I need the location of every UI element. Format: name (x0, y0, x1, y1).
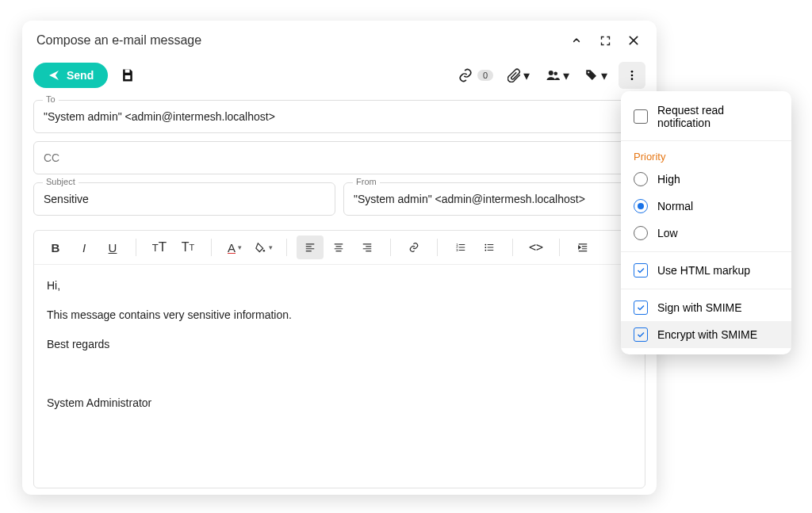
to-field: To (33, 100, 645, 133)
main-toolbar: Send 0 ▾ ▾ ▾ (22, 57, 657, 100)
toolbar-right: 0 ▾ ▾ ▾ (454, 62, 645, 89)
align-left-button[interactable] (297, 235, 324, 259)
body-line: This message contains very sensitive inf… (47, 307, 632, 323)
italic-button[interactable]: I (71, 235, 98, 259)
code-button[interactable]: <> (523, 235, 550, 259)
underline-button[interactable]: U (99, 235, 126, 259)
svg-point-8 (262, 250, 265, 252)
check-icon (636, 303, 645, 312)
to-input[interactable] (33, 100, 645, 133)
separator (621, 140, 791, 141)
separator (286, 239, 287, 256)
caret-icon: ▾ (523, 68, 530, 83)
link-icon (458, 67, 473, 83)
send-label: Send (67, 69, 94, 82)
svg-point-3 (554, 72, 558, 76)
align-center-button[interactable] (325, 235, 352, 259)
subject-label: Subject (43, 177, 79, 186)
priority-normal-option[interactable]: Normal (621, 193, 791, 220)
align-right-button[interactable] (354, 235, 381, 259)
svg-rect-0 (125, 70, 130, 73)
align-center-icon (332, 242, 345, 253)
option-label: Sign with SMIME (657, 301, 742, 314)
more-options-button[interactable] (619, 62, 645, 89)
option-label: Encrypt with SMIME (657, 328, 757, 341)
svg-point-2 (549, 71, 553, 75)
indent-button[interactable] (569, 235, 596, 259)
separator (437, 239, 438, 256)
close-button[interactable] (625, 32, 642, 49)
compose-window: Compose an e-mail message Send 0 (22, 21, 657, 495)
encrypt-smime-option[interactable]: Encrypt with SMIME (621, 321, 791, 348)
priority-label: Priority (621, 146, 791, 166)
fullscreen-icon (599, 35, 611, 47)
check-icon (636, 330, 645, 339)
subject-input[interactable] (33, 182, 335, 216)
body-line: Hi, (47, 278, 632, 294)
priority-low-option[interactable]: Low (621, 220, 791, 247)
radio-icon (634, 199, 648, 213)
recipients-button[interactable]: ▾ (541, 65, 573, 86)
separator (621, 251, 791, 252)
save-draft-button[interactable] (114, 62, 141, 89)
collapse-button[interactable] (568, 32, 585, 49)
text-color-button[interactable]: A▾ (221, 235, 248, 259)
checkbox-icon (634, 301, 648, 315)
bucket-icon (255, 242, 266, 254)
to-label: To (43, 94, 59, 104)
editor: B I U TT TT A▾ ▾ (33, 230, 645, 488)
insert-link-button[interactable] (400, 235, 427, 259)
checkbox-icon (634, 263, 648, 278)
svg-point-13 (485, 247, 486, 248)
chevron-up-icon (570, 34, 583, 47)
use-html-option[interactable]: Use HTML markup (621, 257, 791, 284)
cc-input[interactable] (33, 141, 645, 174)
option-label: Low (657, 227, 678, 239)
tags-icon (584, 68, 599, 82)
ol-icon: 123 (454, 242, 467, 253)
radio-icon (634, 172, 648, 186)
bold-button[interactable]: B (42, 235, 69, 259)
separator (621, 289, 791, 289)
attach-button[interactable]: ▾ (504, 65, 533, 86)
save-icon (120, 67, 136, 83)
cc-field (33, 141, 645, 174)
svg-point-7 (631, 78, 634, 80)
titlebar: Compose an e-mail message (22, 21, 657, 57)
option-label: Request read notification (657, 104, 779, 129)
close-icon (627, 34, 640, 47)
link-icon (408, 242, 420, 253)
fullscreen-button[interactable] (596, 32, 614, 49)
svg-point-6 (631, 75, 634, 77)
ul-icon (483, 242, 496, 253)
editor-toolbar: B I U TT TT A▾ ▾ (34, 231, 645, 265)
svg-point-4 (588, 71, 589, 73)
from-label: From (353, 177, 380, 186)
unordered-list-button[interactable] (476, 235, 503, 259)
option-label: Use HTML markup (657, 264, 750, 277)
font-size-up-button[interactable]: TT (146, 235, 173, 259)
more-options-menu: Request read notification Priority High … (621, 91, 791, 354)
separator (136, 239, 136, 256)
separator (211, 239, 212, 256)
priority-high-option[interactable]: High (621, 166, 791, 193)
indent-icon (576, 242, 589, 253)
read-notification-option[interactable]: Request read notification (621, 98, 791, 136)
sign-smime-option[interactable]: Sign with SMIME (621, 294, 791, 321)
tags-button[interactable]: ▾ (580, 65, 611, 86)
svg-point-5 (631, 71, 634, 73)
subject-field: Subject (33, 182, 335, 216)
editor-body[interactable]: Hi, This message contains very sensitive… (34, 265, 645, 488)
align-left-icon (304, 242, 316, 253)
from-input[interactable] (343, 182, 645, 216)
send-button[interactable]: Send (33, 63, 108, 88)
font-size-down-button[interactable]: TT (174, 235, 201, 259)
body-line: Best regards (47, 336, 632, 353)
from-field: From (343, 182, 645, 216)
highlight-color-button[interactable]: ▾ (250, 235, 277, 259)
ordered-list-button[interactable]: 123 (447, 235, 474, 259)
links-button[interactable]: 0 (454, 64, 496, 86)
svg-point-12 (485, 244, 486, 246)
window-title: Compose an e-mail message (36, 33, 201, 48)
option-label: Normal (657, 200, 693, 212)
